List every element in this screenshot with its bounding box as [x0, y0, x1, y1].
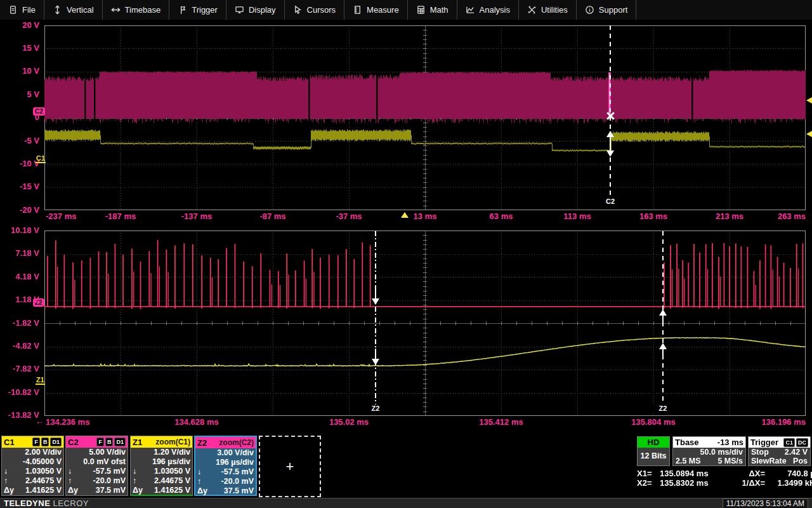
z1-descriptor[interactable]: Z1 zoom(C1) 1.20 V/div 196 µs/div ↓1.030… [130, 436, 193, 496]
menu-vertical-label: Vertical [67, 5, 94, 15]
descriptor-bar: C1 F B D1 2.00 V/div -4.05000 V ↓1.03050… [0, 433, 812, 498]
z1-descriptor-title: Z1 [133, 438, 142, 447]
dx-label: ΔX= [730, 469, 765, 478]
top-cursor-line[interactable] [610, 25, 611, 196]
hd-label: HD [638, 437, 669, 448]
menu-measure[interactable]: Measure [344, 0, 408, 20]
z1-source-label: zoom(C1) [155, 438, 190, 446]
x1-cursor-tag: Z2 [366, 404, 385, 413]
add-trace-plus: + [286, 458, 294, 475]
trigger-slope: Pos [793, 457, 808, 465]
zoom-grid-canvas[interactable] [44, 231, 806, 416]
zoom-y-label: 7.18 V [0, 249, 39, 258]
cursor-readout: X1= 135.0894 ms ΔX= 740.8 µs X2= 135.830… [637, 469, 812, 488]
menu-vertical[interactable]: Vertical [44, 0, 103, 20]
zoom-x-label: 134.628 ms [174, 417, 218, 427]
menu-measure-label: Measure [367, 5, 399, 15]
menu-utilities[interactable]: Utilities [519, 0, 577, 20]
brand-logo: TELEDYNE LECROY [4, 498, 89, 508]
min-arrow-label: ↓ [197, 467, 201, 477]
hd-status-box[interactable]: HD 12 Bits [637, 436, 670, 466]
top-y-label: 15 V [0, 44, 39, 53]
trigger-source-badge: C1 [783, 438, 795, 447]
c2-offset: 0.0 mV ofst [83, 457, 126, 467]
menu-cursors[interactable]: Cursors [285, 0, 345, 20]
z1-level-badge[interactable]: Z1 [36, 376, 45, 385]
z1-tdiv: 196 µs/div [152, 457, 190, 467]
menu-file[interactable]: File [0, 0, 44, 20]
x1-cursor-line[interactable] [375, 231, 376, 404]
top-y-label: 5 V [0, 90, 39, 99]
min-arrow-label: ↓ [133, 467, 136, 476]
tbase-scale: 50.0 ms/div [700, 448, 743, 457]
cursor-arrow-stem [610, 144, 611, 150]
top-y-label: -20 V [0, 206, 39, 215]
z2-delta: 37.5 mV [224, 486, 254, 496]
menu-math-label: Math [430, 5, 449, 15]
z2-tdiv: 196 µs/div [216, 458, 254, 467]
c1-descriptor[interactable]: C1 F B D1 2.00 V/div -4.05000 V ↓1.03050… [1, 436, 64, 496]
c1-offset: -4.05000 V [23, 457, 62, 467]
top-y-label: 20 V [0, 21, 39, 30]
z2-source-label: zoom(C2) [219, 438, 254, 447]
max-arrow-label: ↑ [4, 476, 8, 486]
x2-up-arrow [659, 343, 667, 349]
delta-label: Δy [197, 486, 207, 496]
inv-dx-value: 1.3499 kHz [765, 478, 812, 488]
menu-display[interactable]: Display [226, 0, 285, 20]
c2-badge-d1: D1 [114, 438, 126, 446]
cursor-down-arrow [606, 150, 614, 157]
inv-dx-label: 1/ΔX= [730, 478, 765, 488]
trigger-time-marker[interactable] [401, 212, 409, 218]
footer-bar: TELEDYNE LECROY 11/13/2023 5:13:04 AM [0, 498, 812, 508]
dx-value: 740.8 µs [765, 469, 812, 478]
cursor-up-arrow [606, 131, 614, 137]
support-info-icon [585, 5, 594, 15]
top-x-label: 163 ms [639, 211, 667, 221]
c1-badge-f: F [32, 438, 40, 446]
c2-level-badge[interactable]: C2 [33, 107, 45, 116]
top-grid-canvas[interactable] [44, 25, 806, 210]
math-calculator-icon [416, 5, 426, 15]
x2-value: 135.8302 ms [660, 478, 730, 488]
hd-bits: 12 Bits [638, 448, 669, 464]
top-y-label: 10 V [0, 67, 39, 76]
zoom-y-label: -13.82 V [0, 411, 39, 420]
menu-math[interactable]: Math [408, 0, 457, 20]
zoom-y-label: -10.82 V [0, 388, 39, 397]
menu-timebase[interactable]: Timebase [103, 0, 170, 20]
z2-descriptor-selected[interactable]: Z2 zoom(C2) 3.00 V/div 196 µs/div ↓-57.5… [194, 436, 257, 496]
c1-level-badge[interactable]: C1 [36, 154, 46, 163]
top-x-label: 13 ms [414, 211, 437, 221]
menu-timebase-label: Timebase [125, 5, 161, 15]
top-x-label: 263 ms [778, 211, 806, 221]
top-y-label: -10 V [0, 159, 39, 168]
top-x-label: 63 ms [490, 211, 513, 221]
c2-descriptor[interactable]: C2 F B D1 5.00 V/div 0.0 mV ofst ↓-57.5 … [65, 436, 128, 496]
menu-analysis[interactable]: Analysis [457, 0, 519, 20]
x1-arrow-stem [375, 288, 376, 298]
x2-label: X2= [637, 478, 660, 488]
menu-display-label: Display [249, 5, 276, 15]
c1-trigger-level-marker[interactable] [806, 131, 812, 137]
add-trace-box[interactable]: + [259, 436, 321, 497]
c2-trigger-level-marker[interactable] [806, 97, 812, 104]
menu-support[interactable]: Support [577, 0, 637, 20]
top-x-label: -137 ms [181, 211, 212, 221]
file-icon [8, 5, 18, 15]
x2-arrow-stem [662, 316, 664, 324]
c1-max: 2.44675 V [25, 476, 62, 486]
z1-min: 1.03050 V [154, 467, 190, 476]
menu-support-label: Support [599, 5, 628, 15]
top-x-label: 213 ms [716, 211, 743, 221]
menu-trigger[interactable]: Trigger [169, 0, 226, 20]
menu-bar: File Vertical Timebase Trigger Display C… [0, 0, 812, 20]
max-arrow-label: ↑ [133, 476, 136, 486]
pre-trigger-arrow: ← [36, 416, 44, 426]
z2-max: -20.0 mV [221, 477, 254, 486]
trigger-status-box[interactable]: Trigger C1 DC Stop2.42 V SlewRatePos [748, 436, 811, 466]
max-arrow-label: ↑ [197, 477, 201, 486]
timebase-status-box[interactable]: Tbase -13 ms 50.0 ms/div 2.5 MS5 MS/s [672, 436, 746, 466]
x1-down-arrow [372, 298, 379, 305]
cursor-pointer-icon [293, 5, 303, 15]
